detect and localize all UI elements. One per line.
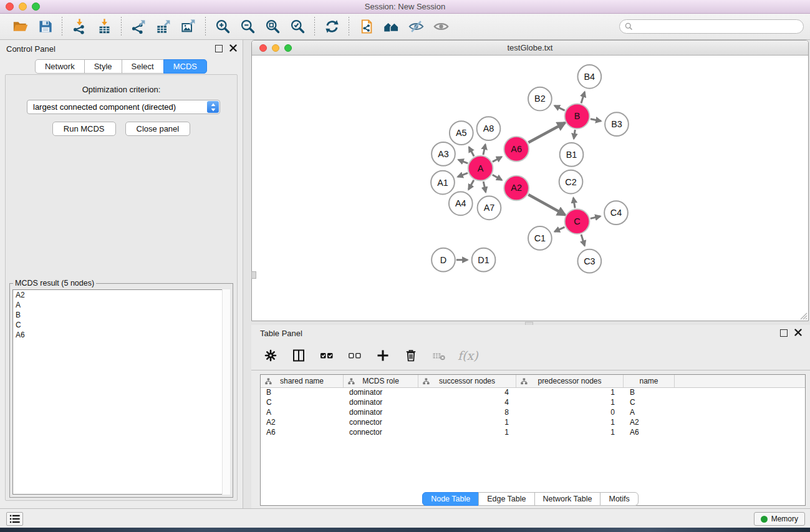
node-B4[interactable]: B4: [577, 65, 601, 89]
node-B1[interactable]: B1: [560, 143, 584, 167]
column-header-name[interactable]: name: [624, 375, 675, 387]
float-table-panel-button[interactable]: [780, 329, 788, 337]
node-C1[interactable]: C1: [528, 226, 552, 250]
node-B2[interactable]: B2: [528, 87, 552, 111]
edge-A-A4[interactable]: [468, 180, 473, 190]
table-cell[interactable]: dominator: [344, 408, 418, 418]
node-A5[interactable]: A5: [450, 121, 473, 145]
zoom-in-button[interactable]: [210, 15, 235, 39]
table-cell[interactable]: 1: [516, 418, 624, 428]
tab-motifs[interactable]: Motifs: [600, 492, 638, 506]
home-views-button[interactable]: [378, 15, 403, 39]
zoom-selected-button[interactable]: [285, 15, 310, 39]
tab-network[interactable]: Network: [35, 59, 85, 74]
table-cell[interactable]: C: [261, 398, 344, 408]
mcds-result-item[interactable]: B: [13, 310, 229, 320]
tab-style[interactable]: Style: [84, 59, 122, 74]
tab-network-table[interactable]: Network Table: [534, 492, 601, 506]
task-history-button[interactable]: [6, 512, 23, 526]
open-session-button[interactable]: [7, 15, 32, 39]
node-A2[interactable]: A2: [504, 176, 529, 201]
edge-B-B4[interactable]: [581, 92, 585, 103]
edge-B-B3[interactable]: [591, 119, 601, 121]
node-B3[interactable]: B3: [605, 112, 629, 136]
table-cell[interactable]: dominator: [344, 398, 418, 408]
tab-mcds[interactable]: MCDS: [163, 59, 207, 74]
edge-C-C4[interactable]: [591, 216, 600, 219]
table-cell[interactable]: C: [624, 398, 675, 408]
table-cell[interactable]: 1: [516, 428, 624, 438]
function-builder-button[interactable]: f(x): [458, 349, 478, 362]
node-C[interactable]: C: [565, 209, 590, 234]
tab-node-table[interactable]: Node Table: [422, 492, 479, 506]
table-cell[interactable]: 1: [516, 398, 624, 408]
show-graphics-details-button[interactable]: [428, 15, 453, 39]
table-row[interactable]: A6connector11A6: [261, 428, 805, 438]
copy-network-button[interactable]: [354, 15, 378, 39]
edge-C-C1[interactable]: [554, 227, 564, 231]
table-cell[interactable]: A2: [624, 418, 675, 428]
delete-column-button[interactable]: [402, 346, 420, 365]
export-image-button[interactable]: [176, 15, 201, 39]
node-C3[interactable]: C3: [577, 249, 601, 273]
zoom-view-button[interactable]: [284, 44, 292, 52]
edge-B-B1[interactable]: [574, 130, 575, 138]
table-cell[interactable]: 4: [418, 388, 516, 398]
node-C4[interactable]: C4: [604, 201, 628, 225]
apply-layout-button[interactable]: [319, 15, 344, 39]
network-canvas[interactable]: AA1A2A3A4A5A6A7A8BB1B2B3B4CC1C2C3C4DD1: [253, 56, 808, 320]
edge-A-A2[interactable]: [493, 175, 502, 180]
node-A[interactable]: A: [468, 156, 493, 181]
canvas-left-scroll-handle[interactable]: [251, 271, 256, 279]
mcds-result-item[interactable]: A2: [13, 290, 229, 300]
table-cell[interactable]: B: [261, 388, 344, 398]
table-cell[interactable]: A6: [261, 428, 344, 438]
deselect-all-button[interactable]: [345, 346, 364, 365]
network-window-titlebar[interactable]: testGlobe.txt: [252, 41, 808, 56]
edge-A-A8[interactable]: [483, 144, 485, 155]
table-cell[interactable]: 4: [418, 398, 516, 408]
table-cell[interactable]: 1: [418, 428, 516, 438]
close-window-button[interactable]: [6, 2, 14, 11]
minimize-view-button[interactable]: [272, 44, 279, 52]
edge-B-B2[interactable]: [554, 105, 564, 110]
edge-A-A1[interactable]: [458, 173, 468, 177]
node-D1[interactable]: D1: [472, 248, 496, 272]
zoom-out-button[interactable]: [235, 15, 260, 39]
table-cell[interactable]: connector: [344, 428, 418, 438]
edge-A-A3[interactable]: [458, 160, 468, 163]
column-header-mcds-role[interactable]: MCDS role: [344, 375, 418, 387]
node-A3[interactable]: A3: [432, 142, 455, 166]
edge-A-A5[interactable]: [469, 147, 474, 157]
close-panel-button-mcds[interactable]: Close panel: [125, 122, 191, 136]
table-row[interactable]: Bdominator41B: [261, 388, 805, 398]
add-column-button[interactable]: [374, 346, 392, 365]
edge-A2-C[interactable]: [528, 195, 565, 215]
save-session-button[interactable]: [32, 15, 57, 39]
table-cell[interactable]: 8: [418, 408, 516, 418]
export-table-button[interactable]: [151, 15, 176, 39]
close-table-panel-button[interactable]: [794, 329, 803, 337]
node-A4[interactable]: A4: [449, 191, 473, 215]
node-A1[interactable]: A1: [431, 171, 455, 195]
memory-button[interactable]: Memory: [754, 512, 805, 526]
node-D[interactable]: D: [432, 248, 455, 272]
table-cell[interactable]: 1: [516, 388, 624, 398]
node-A7[interactable]: A7: [478, 196, 501, 220]
table-cell[interactable]: A2: [261, 418, 344, 428]
table-settings-button[interactable]: [261, 346, 280, 365]
edge-C-C2[interactable]: [574, 198, 576, 208]
zoom-window-button[interactable]: [32, 2, 40, 11]
tab-select[interactable]: Select: [122, 59, 164, 74]
edge-A6-B[interactable]: [528, 123, 565, 143]
table-cell[interactable]: A6: [624, 428, 675, 438]
table-row[interactable]: Adominator80A: [261, 408, 805, 418]
table-row[interactable]: Cdominator41C: [261, 398, 805, 408]
edge-A-A6[interactable]: [493, 157, 502, 162]
import-network-button[interactable]: [67, 15, 92, 39]
tab-edge-table[interactable]: Edge Table: [478, 492, 534, 506]
node-C2[interactable]: C2: [559, 170, 583, 194]
column-header-shared-name[interactable]: shared name: [261, 375, 344, 387]
table-cell[interactable]: B: [624, 388, 675, 398]
node-A6[interactable]: A6: [504, 137, 529, 162]
